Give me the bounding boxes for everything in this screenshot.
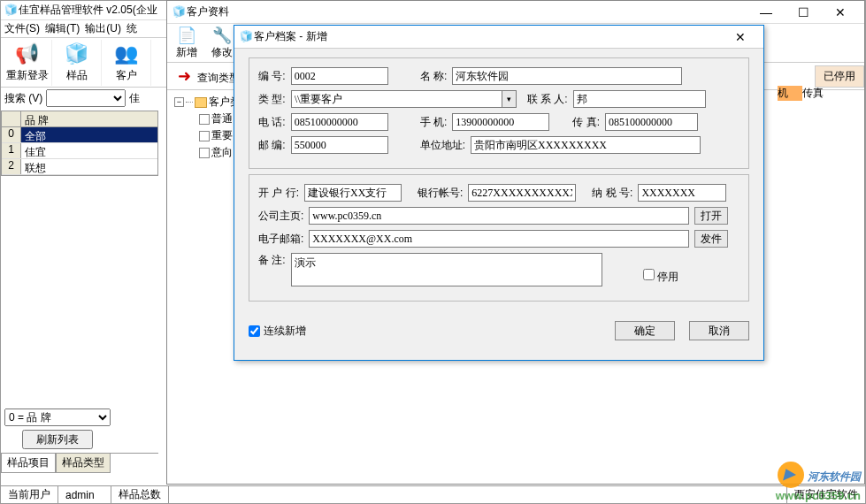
tab-sample-type[interactable]: 样品类型: [56, 454, 111, 473]
mobile-field[interactable]: [452, 113, 549, 131]
red-arrow-icon: ➜: [178, 67, 191, 85]
close-button[interactable]: ✕: [822, 2, 859, 23]
phone-label: 电 话:: [258, 115, 286, 130]
dialog-title: 客户档案 - 新增: [254, 29, 327, 44]
add-button[interactable]: 📄新增: [169, 26, 204, 60]
customer-title: 客户资料: [187, 4, 229, 19]
addr-label: 单位地址:: [420, 138, 465, 153]
refresh-button[interactable]: 刷新列表: [22, 430, 93, 449]
people-icon: 👥: [114, 42, 139, 66]
left-tabs: 样品项目 样品类型: [1, 453, 158, 473]
search-select[interactable]: [46, 89, 126, 107]
speaker-icon: 📢: [15, 42, 40, 66]
dialog-close-button[interactable]: ✕: [723, 30, 758, 44]
dialog-icon: 🧊: [240, 30, 254, 44]
homepage-field[interactable]: [309, 207, 689, 225]
left-bottom: 0 = 品 牌 刷新列表: [1, 405, 158, 453]
app-icon: 🧊: [4, 4, 19, 18]
continuous-checkbox[interactable]: [249, 325, 260, 337]
customer-button[interactable]: 👥客户: [102, 40, 151, 86]
watermark-url: www.pc0359.cn: [776, 489, 861, 502]
account-label: 银行帐号:: [418, 186, 463, 201]
taxno-field[interactable]: [638, 184, 726, 202]
main-title: 佳宜样品管理软件 v2.05(企业: [19, 3, 157, 18]
code-field[interactable]: [291, 67, 388, 85]
disabled-checkbox[interactable]: [643, 269, 655, 280]
phone-field[interactable]: [291, 113, 388, 131]
homepage-label: 公司主页:: [258, 209, 303, 224]
maximize-button[interactable]: ☐: [785, 2, 822, 23]
name-label: 名 称:: [420, 69, 448, 84]
zip-field[interactable]: [291, 136, 388, 154]
search-extra: 佳: [129, 91, 140, 106]
doc-icon: [199, 114, 210, 125]
fax-label: 传 真:: [572, 115, 600, 130]
open-button[interactable]: 打开: [694, 207, 728, 225]
remark-field[interactable]: 演示: [291, 253, 602, 286]
email-label: 电子邮箱:: [258, 232, 303, 247]
remark-label: 备 注:: [258, 253, 286, 268]
contact-label: 联 系 人:: [527, 92, 568, 107]
new-doc-icon: 📄: [177, 26, 196, 45]
customer-titlebar: 🧊 客户资料 — ☐ ✕: [167, 1, 864, 24]
watermark: 河东软件园: [778, 462, 861, 488]
wrench-icon: 🔧: [212, 26, 232, 45]
dialog-body: 编 号: 名 称: 类 型: ▾ 联 系 人: 电 话: 手 机:: [234, 49, 763, 316]
form-group-basic: 编 号: 名 称: 类 型: ▾ 联 系 人: 电 话: 手 机:: [249, 57, 749, 169]
brand-row-jiayi[interactable]: 1佳宜: [2, 143, 157, 159]
doc-icon: [199, 148, 210, 158]
brand-row-lenovo[interactable]: 2联想: [2, 159, 157, 175]
menu-stats[interactable]: 统: [126, 21, 137, 36]
cust-icon: 🧊: [172, 5, 187, 19]
minimize-button[interactable]: —: [747, 2, 785, 23]
email-field[interactable]: [309, 230, 689, 248]
chevron-down-icon[interactable]: ▾: [502, 90, 517, 108]
fax-field[interactable]: [605, 113, 698, 131]
collapse-icon[interactable]: −: [174, 97, 184, 107]
bank-field[interactable]: [304, 184, 402, 202]
mobile-label: 手 机:: [420, 115, 448, 130]
type-label: 类 型:: [258, 92, 286, 107]
brand-table: 品 牌 0全部 1佳宜 2联想: [1, 111, 158, 176]
continuous-check[interactable]: 连续新增: [249, 324, 306, 339]
dialog-titlebar: 🧊 客户档案 - 新增 ✕: [234, 26, 763, 49]
menu-edit[interactable]: 编辑(T): [45, 21, 80, 36]
doc-icon: [199, 131, 210, 141]
sample-button[interactable]: 🧊样品: [52, 40, 102, 86]
status-total-label: 样品总数: [111, 486, 169, 503]
grid-headers: 已停用: [815, 65, 864, 88]
zip-label: 邮 编:: [258, 138, 286, 153]
send-button[interactable]: 发件: [694, 230, 728, 248]
status-user-label: 当前用户: [1, 486, 58, 503]
grid-header-mobile[interactable]: 机: [778, 86, 802, 101]
status-user: admin: [58, 486, 111, 503]
grid-header-disabled[interactable]: 已停用: [815, 65, 864, 88]
search-label: 搜索 (V): [4, 91, 42, 106]
addr-field[interactable]: [471, 136, 701, 154]
menu-output[interactable]: 输出(U): [85, 21, 121, 36]
bank-label: 开 户 行:: [258, 186, 299, 201]
cube-icon: 🧊: [65, 42, 89, 66]
contact-field[interactable]: [573, 90, 706, 108]
dialog-footer: 连续新增 确定 取消: [234, 316, 763, 346]
account-field[interactable]: [468, 184, 576, 202]
grid-header-fax[interactable]: 传真: [802, 86, 864, 101]
name-field[interactable]: [452, 67, 682, 85]
customer-dialog: 🧊 客户档案 - 新增 ✕ 编 号: 名 称: 类 型: ▾ 联 系 人:: [234, 25, 764, 361]
disabled-check[interactable]: 停用: [643, 269, 678, 285]
type-combo[interactable]: ▾: [291, 90, 517, 108]
filter-select[interactable]: 0 = 品 牌: [4, 409, 111, 426]
left-panel: 品 牌 0全部 1佳宜 2联想 0 = 品 牌 刷新列表 样品项目 样品类型: [1, 111, 158, 473]
brand-row-all[interactable]: 0全部: [2, 127, 157, 143]
ok-button[interactable]: 确定: [615, 321, 675, 340]
relogin-button[interactable]: 📢重新登录: [3, 40, 52, 86]
type-field[interactable]: [291, 90, 502, 108]
grid-headers-row2: 机 传真: [778, 86, 864, 101]
brand-header: 品 牌: [21, 111, 157, 126]
taxno-label: 纳 税 号:: [592, 186, 632, 201]
tab-sample-item[interactable]: 样品项目: [1, 454, 56, 473]
form-group-detail: 开 户 行: 银行帐号: 纳 税 号: 公司主页: 打开 电子邮箱: 发件 备 …: [249, 174, 749, 302]
cancel-button[interactable]: 取消: [689, 321, 749, 340]
menu-file[interactable]: 文件(S): [4, 21, 40, 36]
statusbar: 当前用户 admin 样品总数 西安佳宜软件: [1, 485, 865, 503]
